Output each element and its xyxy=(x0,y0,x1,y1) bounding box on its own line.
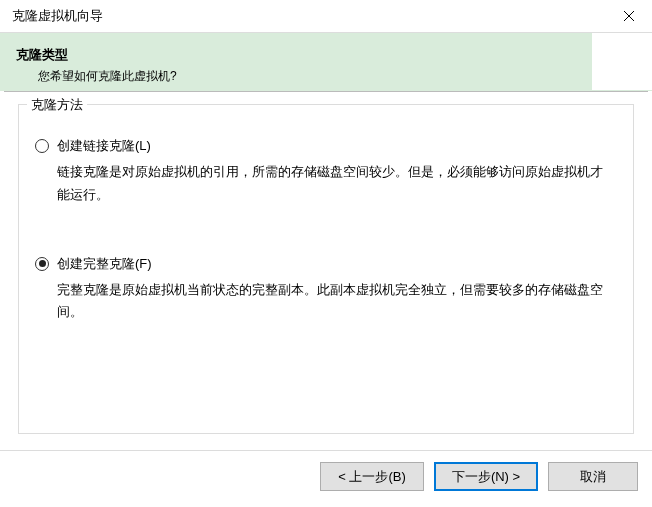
button-bar: < 上一步(B) 下一步(N) > 取消 xyxy=(0,450,652,502)
content-area: 克隆方法 创建链接克隆(L) 链接克隆是对原始虚拟机的引用，所需的存储磁盘空间较… xyxy=(4,91,648,450)
close-icon xyxy=(624,11,634,21)
window-title: 克隆虚拟机向导 xyxy=(12,7,103,25)
option-linked-desc: 链接克隆是对原始虚拟机的引用，所需的存储磁盘空间较少。但是，必须能够访问原始虚拟… xyxy=(35,161,613,207)
header-banner: 克隆类型 您希望如何克隆此虚拟机? xyxy=(0,33,652,91)
radio-linked-clone[interactable]: 创建链接克隆(L) xyxy=(35,137,613,155)
radio-label-linked: 创建链接克隆(L) xyxy=(57,137,151,155)
header-subtitle: 您希望如何克隆此虚拟机? xyxy=(16,68,636,85)
titlebar: 克隆虚拟机向导 xyxy=(0,0,652,33)
close-button[interactable] xyxy=(606,0,652,33)
radio-icon xyxy=(35,139,49,153)
groupbox-label: 克隆方法 xyxy=(27,96,87,114)
clone-method-groupbox: 克隆方法 创建链接克隆(L) 链接克隆是对原始虚拟机的引用，所需的存储磁盘空间较… xyxy=(18,104,634,434)
option-linked-clone: 创建链接克隆(L) 链接克隆是对原始虚拟机的引用，所需的存储磁盘空间较少。但是，… xyxy=(19,137,633,207)
radio-icon xyxy=(35,257,49,271)
next-button[interactable]: 下一步(N) > xyxy=(434,462,538,491)
option-full-clone: 创建完整克隆(F) 完整克隆是原始虚拟机当前状态的完整副本。此副本虚拟机完全独立… xyxy=(19,255,633,325)
header-title: 克隆类型 xyxy=(16,46,636,64)
cancel-button[interactable]: 取消 xyxy=(548,462,638,491)
radio-label-full: 创建完整克隆(F) xyxy=(57,255,152,273)
radio-full-clone[interactable]: 创建完整克隆(F) xyxy=(35,255,613,273)
option-full-desc: 完整克隆是原始虚拟机当前状态的完整副本。此副本虚拟机完全独立，但需要较多的存储磁… xyxy=(35,279,613,325)
header-graphic-box xyxy=(592,33,652,90)
back-button[interactable]: < 上一步(B) xyxy=(320,462,424,491)
